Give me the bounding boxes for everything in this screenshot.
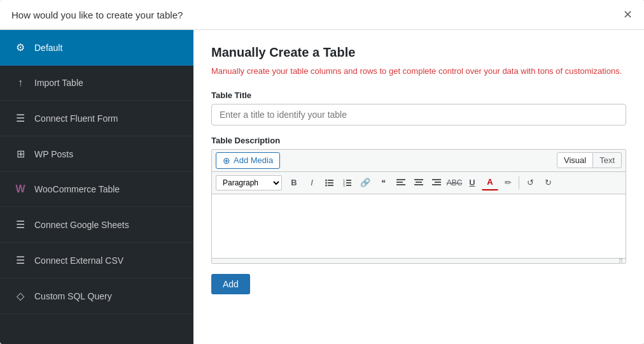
- svg-rect-15: [414, 179, 423, 180]
- align-right-button[interactable]: [428, 175, 445, 190]
- strikethrough-button[interactable]: ABC: [446, 175, 463, 190]
- sheets-icon: ☰: [14, 219, 27, 231]
- svg-rect-1: [328, 182, 333, 183]
- main-subtitle: Manually create your table columns and r…: [211, 65, 626, 78]
- modal-title: How would you like to create your table?: [11, 10, 183, 20]
- sidebar-item-woocommerce[interactable]: W WooCommerce Table: [0, 172, 193, 207]
- tab-visual[interactable]: Visual: [557, 152, 593, 168]
- csv-icon: ☰: [14, 254, 27, 266]
- svg-rect-16: [416, 182, 422, 183]
- sidebar-item-label: Default: [34, 43, 62, 53]
- align-center-button[interactable]: [410, 175, 427, 190]
- ordered-list-button[interactable]: 1.2.3.: [339, 175, 356, 190]
- svg-rect-12: [396, 179, 405, 180]
- modal-header: How would you like to create your table?…: [0, 0, 644, 30]
- tab-text[interactable]: Text: [593, 152, 622, 168]
- sql-icon: ◇: [14, 290, 27, 302]
- sidebar-item-connect-csv[interactable]: ☰ Connect External CSV: [0, 243, 193, 278]
- underline-button[interactable]: U: [464, 175, 480, 190]
- sidebar-item-wp-posts[interactable]: ⊞ WP Posts: [0, 136, 193, 172]
- sidebar-item-default[interactable]: ⚙ Default: [0, 30, 193, 66]
- visual-text-tabs: Visual Text: [557, 152, 622, 168]
- close-button[interactable]: ✕: [623, 9, 633, 20]
- sidebar-item-connect-sheets[interactable]: ☰ Connect Google Sheets: [0, 207, 193, 243]
- sidebar-item-custom-sql[interactable]: ◇ Custom SQL Query: [0, 278, 193, 314]
- table-title-input[interactable]: [211, 104, 626, 125]
- svg-rect-18: [432, 179, 441, 180]
- svg-rect-0: [328, 180, 333, 181]
- svg-rect-13: [396, 182, 403, 183]
- svg-rect-2: [328, 185, 333, 186]
- sidebar-item-connect-fluent[interactable]: ☰ Connect Fluent Form: [0, 101, 193, 136]
- posts-icon: ⊞: [14, 148, 27, 160]
- svg-point-4: [325, 182, 327, 183]
- modal-container: How would you like to create your table?…: [0, 0, 644, 344]
- add-media-button[interactable]: ⊕ Add Media: [216, 152, 280, 169]
- resize-dots-icon: ⠿: [619, 257, 623, 264]
- bold-button[interactable]: B: [286, 175, 302, 190]
- sidebar-item-import-table[interactable]: ↑ Import Table: [0, 66, 193, 101]
- sidebar-item-label: WP Posts: [34, 149, 73, 159]
- svg-point-5: [325, 184, 327, 186]
- toolbar-divider: [519, 176, 519, 189]
- sidebar-item-label: Connect External CSV: [34, 255, 123, 266]
- link-button[interactable]: 🔗: [357, 175, 374, 190]
- sidebar-item-label: Connect Fluent Form: [34, 113, 118, 124]
- sidebar: ⚙ Default ↑ Import Table ☰ Connect Fluen…: [0, 30, 193, 344]
- text-color-button[interactable]: A: [482, 175, 498, 190]
- svg-rect-7: [346, 182, 351, 183]
- italic-button[interactable]: I: [304, 175, 320, 190]
- add-media-label: Add Media: [234, 155, 273, 165]
- modal-body: ⚙ Default ↑ Import Table ☰ Connect Fluen…: [0, 30, 644, 344]
- svg-rect-19: [435, 182, 441, 183]
- table-title-label: Table Title: [211, 90, 626, 100]
- svg-rect-17: [414, 184, 423, 185]
- media-icon: ⊕: [223, 155, 230, 166]
- svg-point-3: [325, 179, 327, 181]
- sidebar-item-label: Connect Google Sheets: [34, 220, 129, 230]
- main-content: Manually Create a Table Manually create …: [193, 30, 644, 344]
- table-desc-label: Table Description: [211, 136, 626, 145]
- sidebar-item-label: WooCommerce Table: [34, 184, 120, 194]
- svg-text:3.: 3.: [343, 183, 346, 187]
- sidebar-item-label: Custom SQL Query: [34, 291, 112, 301]
- editor-area[interactable]: [212, 194, 626, 258]
- align-left-button[interactable]: [393, 175, 409, 190]
- svg-rect-8: [346, 185, 351, 186]
- form-icon: ☰: [14, 112, 27, 124]
- svg-rect-20: [432, 184, 441, 185]
- format-select[interactable]: Paragraph Heading 1 Heading 2 Heading 3 …: [216, 175, 282, 190]
- erase-button[interactable]: ✏: [500, 175, 516, 190]
- sidebar-item-label: Import Table: [34, 78, 83, 88]
- editor-container: ⊕ Add Media Visual Text Paragraph Headin…: [211, 149, 626, 264]
- add-button[interactable]: Add: [211, 274, 250, 294]
- editor-toolbar-top: ⊕ Add Media Visual Text: [212, 150, 626, 172]
- editor-toolbar-format: Paragraph Heading 1 Heading 2 Heading 3 …: [212, 172, 626, 194]
- editor-resize-handle[interactable]: ⠿: [212, 258, 626, 263]
- upload-icon: ↑: [14, 77, 27, 89]
- svg-rect-14: [396, 184, 405, 185]
- blockquote-button[interactable]: ❝: [375, 175, 391, 190]
- woocommerce-icon: W: [14, 183, 27, 195]
- unordered-list-button[interactable]: [321, 175, 338, 190]
- svg-rect-6: [346, 180, 351, 181]
- redo-button[interactable]: ↻: [540, 175, 556, 190]
- main-title: Manually Create a Table: [211, 45, 626, 60]
- undo-button[interactable]: ↺: [522, 175, 538, 190]
- gear-icon: ⚙: [14, 41, 27, 54]
